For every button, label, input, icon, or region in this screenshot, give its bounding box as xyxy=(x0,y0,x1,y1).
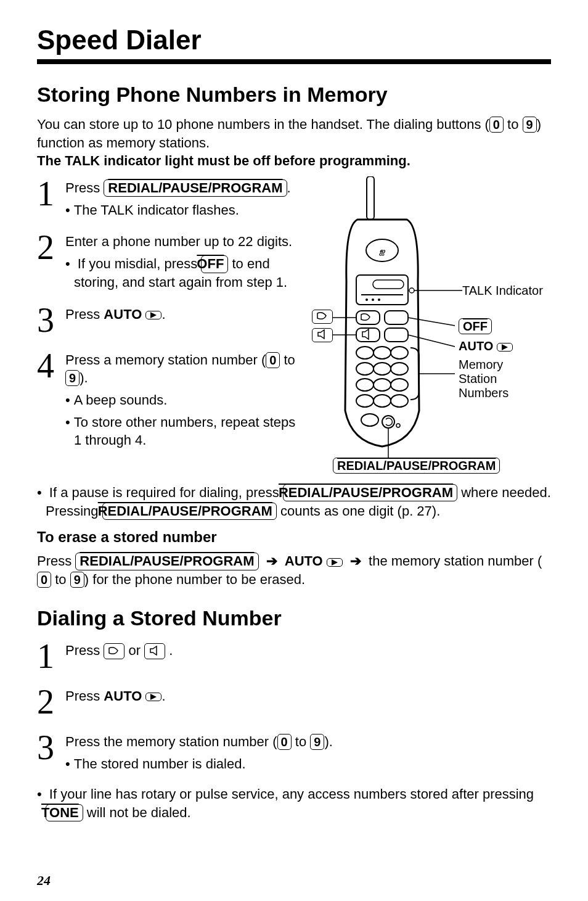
step-4: 4 Press a memory station number (0 to 9)… xyxy=(37,348,302,450)
step3-text-b: . xyxy=(161,307,165,322)
step-3: 3 Press AUTO . xyxy=(37,303,302,337)
step1-text-b: . xyxy=(287,180,291,195)
svg-marker-38 xyxy=(332,559,338,566)
erase-d xyxy=(343,553,346,569)
callout-auto: AUTO xyxy=(459,339,513,353)
erase-b xyxy=(259,553,263,569)
svg-point-8 xyxy=(372,298,374,301)
digit-9-key: 9 xyxy=(310,734,324,750)
section-storing-heading: Storing Phone Numbers in Memory xyxy=(37,83,551,107)
speaker-button-icon xyxy=(144,643,165,659)
step-number: 2 xyxy=(37,230,65,265)
off-key: OFF xyxy=(459,318,492,334)
step4-to: to xyxy=(280,352,295,368)
svg-rect-5 xyxy=(373,280,404,289)
intro-to: to xyxy=(504,117,523,132)
svg-text:ஐ: ஐ xyxy=(379,247,386,256)
svg-point-35 xyxy=(396,424,400,427)
step-number: 2 xyxy=(37,685,65,719)
erase-e: the memory station number ( xyxy=(365,553,542,569)
redial-pause-program-key: REDIAL/PAUSE/PROGRAM xyxy=(283,484,457,501)
handset-illustration-svg: ஐ xyxy=(308,176,536,479)
step-number: 1 xyxy=(37,639,65,673)
tone-key: TONE xyxy=(46,804,83,821)
dial3-sub: The stored number is dialed. xyxy=(65,755,333,773)
dial3-b: ). xyxy=(324,734,332,749)
svg-point-22 xyxy=(391,347,408,359)
dial3-a: Press the memory station number ( xyxy=(65,734,277,749)
step3-auto: AUTO xyxy=(104,307,142,322)
erase-paragraph: Press REDIAL/PAUSE/PROGRAM ➔ AUTO ➔ the … xyxy=(37,552,551,588)
auto-label: AUTO xyxy=(285,553,323,569)
digit-9-key: 9 xyxy=(65,370,80,386)
intro-bold: The TALK indicator light must be off bef… xyxy=(37,153,410,168)
off-key: OFF xyxy=(201,255,228,273)
digit-9-key: 9 xyxy=(70,572,84,588)
play-icon xyxy=(327,558,343,567)
rotary-b: will not be dialed. xyxy=(83,805,191,820)
digit-0-key: 0 xyxy=(489,117,504,133)
svg-point-21 xyxy=(374,347,391,359)
step-number: 3 xyxy=(37,730,65,765)
svg-point-29 xyxy=(356,395,374,407)
note-c: counts as one digit (p. 27). xyxy=(277,503,440,519)
svg-point-30 xyxy=(374,395,391,407)
digit-0-key: 0 xyxy=(277,734,292,750)
redial-pause-program-key: REDIAL/PAUSE/PROGRAM xyxy=(102,503,277,520)
svg-line-14 xyxy=(408,318,455,326)
dial2-a: Press xyxy=(65,688,104,704)
svg-rect-13 xyxy=(385,311,408,324)
step-number: 4 xyxy=(37,348,65,383)
talk-button-icon xyxy=(104,643,125,659)
digit-0-key: 0 xyxy=(266,352,280,368)
erase-heading: To erase a stored number xyxy=(37,529,551,546)
svg-marker-37 xyxy=(502,344,508,350)
svg-point-9 xyxy=(378,298,380,301)
callout-talk-indicator: TALK Indicator xyxy=(462,284,543,298)
step2-sub: If you misdial, press OFF to end storing… xyxy=(65,255,302,291)
svg-rect-1 xyxy=(367,176,374,220)
arrow-icon: ➔ xyxy=(266,553,277,569)
erase-f: ) for the phone number to be erased. xyxy=(84,572,305,587)
redial-pause-program-key: REDIAL/PAUSE/PROGRAM xyxy=(75,553,258,570)
callout-off: OFF xyxy=(459,318,492,334)
step1-sub: The TALK indicator flashes. xyxy=(65,201,291,220)
svg-rect-16 xyxy=(385,328,408,342)
svg-point-25 xyxy=(391,363,408,375)
svg-rect-4 xyxy=(356,275,408,305)
callout-redial: REDIAL/PAUSE/PROGRAM xyxy=(333,458,500,474)
intro-paragraph: You can store up to 10 phone numbers in … xyxy=(37,115,551,170)
step4-sub1: A beep sounds. xyxy=(65,391,302,409)
step-1: 1 Press REDIAL/PAUSE/PROGRAM. The TALK i… xyxy=(37,176,302,219)
digit-9-key: 9 xyxy=(523,117,537,133)
step1-text-a: Press xyxy=(65,180,104,195)
svg-point-33 xyxy=(361,414,378,426)
svg-point-24 xyxy=(374,363,391,375)
step4-text-b: ). xyxy=(80,370,88,385)
page-number: 24 xyxy=(37,873,51,889)
step2-sub-a: If you misdial, press xyxy=(78,256,202,271)
svg-point-31 xyxy=(391,395,408,407)
dial1-b: or xyxy=(125,643,144,658)
svg-point-23 xyxy=(356,363,374,375)
step-2: 2 Enter a phone number up to 22 digits. … xyxy=(37,230,302,291)
dial-step-3: 3 Press the memory station number (0 to … xyxy=(37,730,551,773)
note-a: If a pause is required for dialing, pres… xyxy=(49,485,283,500)
auto-label: AUTO xyxy=(459,339,493,353)
redial-pause-program-key: REDIAL/PAUSE/PROGRAM xyxy=(333,458,500,474)
step-number: 1 xyxy=(37,176,65,211)
erase-a: Press xyxy=(37,553,75,569)
step2-text: Enter a phone number up to 22 digits. xyxy=(65,234,292,249)
svg-point-27 xyxy=(374,379,391,391)
rotary-a: If your line has rotary or pulse service… xyxy=(49,786,534,802)
dial-step-1: 1 Press or . xyxy=(37,639,551,673)
pause-note: If a pause is required for dialing, pres… xyxy=(37,483,551,520)
speaker-button-icon xyxy=(312,328,333,342)
erase-to: to xyxy=(51,572,70,587)
svg-point-7 xyxy=(365,298,368,301)
step3-text-a: Press xyxy=(65,307,104,322)
svg-marker-0 xyxy=(150,312,157,318)
talk-button-icon xyxy=(312,310,333,324)
svg-line-17 xyxy=(408,335,455,347)
step4-sub2: To store other numbers, repeat steps 1 t… xyxy=(65,413,302,450)
